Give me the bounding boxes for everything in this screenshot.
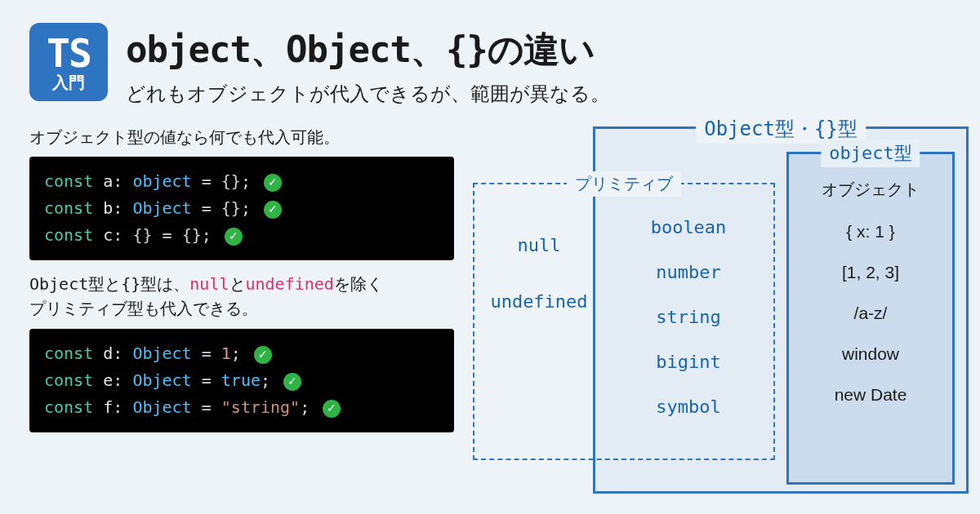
check-icon: ✓	[264, 174, 282, 192]
obj-item: [1, 2, 3]	[842, 263, 899, 282]
check-icon: ✓	[254, 346, 272, 364]
code-block-1: const a: object = {}; ✓ const b: Object …	[29, 157, 454, 260]
primitive-label: プリミティブ	[567, 171, 681, 197]
prim-item: number	[656, 262, 720, 282]
logo-ts-text: TS	[47, 33, 91, 73]
page-subtitle: どれもオブジェクトが代入できるが、範囲が異なる。	[126, 81, 610, 107]
code-block-2: const d: Object = 1; ✓ const e: Object =…	[29, 329, 454, 432]
code-line: const f: Object = "string"; ✓	[44, 394, 439, 421]
page-title: object、Object、{}の違い	[126, 26, 610, 74]
code-line: const e: Object = true; ✓	[44, 367, 439, 394]
obj-item: window	[842, 344, 899, 364]
code-line: const b: Object = {}; ✓	[44, 195, 439, 222]
section1-label: オブジェクト型の値なら何でも代入可能。	[29, 126, 454, 148]
section2-label: Object型と{}型は、nullとundefinedを除く プリミティブ型も代…	[29, 272, 454, 321]
ts-logo: TS 入門	[29, 23, 108, 101]
inner-box-object-type: object型 オブジェクト { x: 1 } [1, 2, 3] /a-z/ …	[786, 152, 955, 485]
prim-item: string	[656, 307, 720, 327]
inner-label: object型	[821, 140, 920, 167]
outer-box-object-type: Object型・{}型 プリミティブ null undefined boolea…	[593, 126, 969, 494]
obj-item: { x: 1 }	[846, 222, 895, 241]
prim-item: boolean	[651, 217, 727, 237]
prim-item: undefined	[490, 291, 587, 312]
titles: object、Object、{}の違い どれもオブジェクトが代入できるが、範囲が…	[126, 23, 610, 107]
code-line: const c: {} = {}; ✓	[44, 222, 439, 249]
obj-item: new Date	[835, 385, 907, 405]
object-header: オブジェクト	[822, 179, 920, 201]
object-col: オブジェクト { x: 1 } [1, 2, 3] /a-z/ window n…	[789, 179, 952, 405]
check-icon: ✓	[323, 400, 341, 418]
logo-sub-text: 入門	[52, 74, 85, 91]
check-icon: ✓	[264, 201, 282, 219]
left-column: オブジェクト型の値なら何でも代入可能。 const a: object = {}…	[29, 115, 454, 432]
prim-item: symbol	[656, 397, 720, 417]
check-icon: ✓	[283, 373, 301, 391]
diagram: Object型・{}型 プリミティブ null undefined boolea…	[470, 110, 951, 432]
primitive-left-col: null undefined	[486, 235, 592, 312]
prim-item: null	[518, 235, 561, 255]
primitive-right-col: boolean number string bigint symbol	[607, 217, 770, 417]
content: オブジェクト型の値なら何でも代入可能。 const a: object = {}…	[0, 115, 980, 432]
code-line: const a: object = {}; ✓	[44, 168, 439, 195]
check-icon: ✓	[225, 228, 243, 246]
code-line: const d: Object = 1; ✓	[44, 340, 439, 367]
obj-item: /a-z/	[854, 304, 888, 323]
prim-item: bigint	[656, 352, 720, 372]
header: TS 入門 object、Object、{}の違い どれもオブジェクトが代入でき…	[0, 0, 980, 115]
